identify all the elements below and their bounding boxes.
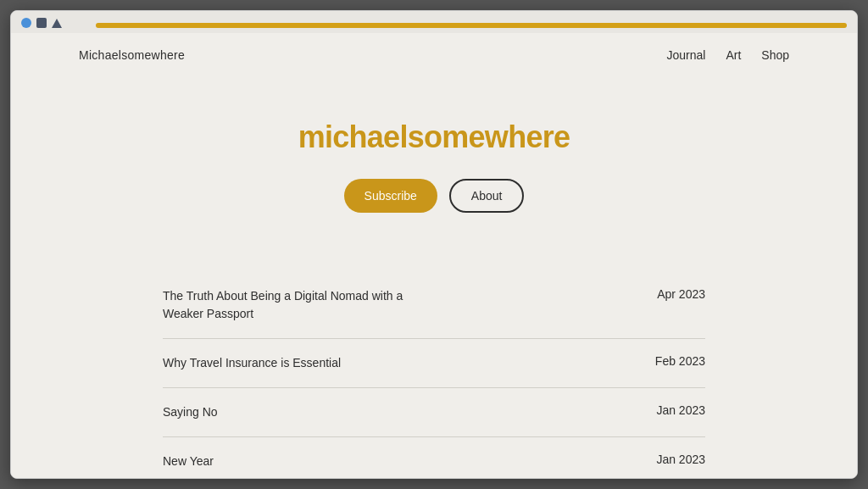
main-nav: Michaelsomewhere Journal Art Shop: [11, 33, 857, 77]
hero-buttons: Subscribe About: [344, 179, 525, 213]
article-row[interactable]: The Truth About Being a Digital Nomad wi…: [163, 272, 705, 339]
page-content: Michaelsomewhere Journal Art Shop michae…: [11, 33, 857, 478]
articles-list: The Truth About Being a Digital Nomad wi…: [95, 247, 773, 478]
article-title: The Truth About Being a Digital Nomad wi…: [163, 287, 434, 323]
article-date: Apr 2023: [657, 287, 705, 301]
hero-section: michaelsomewhere Subscribe About: [11, 77, 857, 247]
about-button[interactable]: About: [449, 179, 525, 213]
hero-title: michaelsomewhere: [298, 119, 570, 155]
article-title: Saying No: [163, 403, 218, 421]
window-controls: [21, 18, 62, 28]
nav-brand[interactable]: Michaelsomewhere: [79, 48, 185, 62]
article-date: Jan 2023: [656, 453, 705, 466]
browser-window: Michaelsomewhere Journal Art Shop michae…: [10, 10, 858, 479]
nav-link-journal[interactable]: Journal: [666, 48, 705, 62]
subscribe-button[interactable]: Subscribe: [344, 179, 437, 213]
article-row[interactable]: Why Travel Insurance is Essential Feb 20…: [163, 339, 705, 388]
article-date: Feb 2023: [655, 354, 705, 368]
article-date: Jan 2023: [656, 403, 705, 417]
article-title: Why Travel Insurance is Essential: [163, 354, 341, 372]
nav-link-shop[interactable]: Shop: [761, 48, 789, 62]
browser-controls-row: [21, 18, 847, 33]
nav-link-art[interactable]: Art: [726, 48, 741, 62]
article-row[interactable]: New Year Jan 2023: [163, 437, 705, 478]
article-row[interactable]: Saying No Jan 2023: [163, 388, 705, 437]
close-dot: [21, 18, 31, 28]
maximize-dot: [52, 19, 62, 28]
address-bar[interactable]: [96, 23, 847, 28]
browser-chrome: [11, 11, 857, 33]
nav-links: Journal Art Shop: [666, 48, 789, 62]
article-title: New Year: [163, 453, 214, 470]
minimize-dot: [36, 18, 47, 28]
